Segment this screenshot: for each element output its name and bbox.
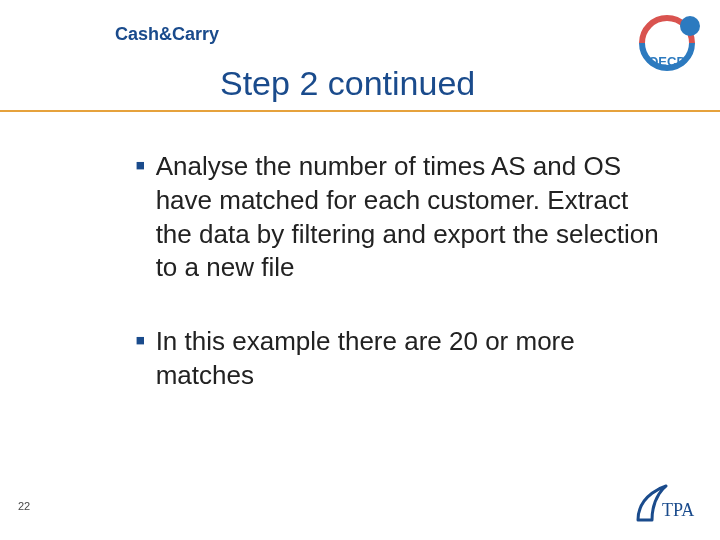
bullet-text: In this example there are 20 or more mat…: [156, 325, 660, 393]
tpa-logo: TPA: [632, 480, 702, 528]
bullet-item: ▪ Analyse the number of times AS and OS …: [135, 150, 660, 285]
svg-text:OECD: OECD: [648, 54, 686, 69]
bullet-text: Analyse the number of times AS and OS ha…: [156, 150, 660, 285]
header-label: Cash&Carry: [115, 24, 219, 45]
svg-point-0: [680, 16, 700, 36]
bullet-list: ▪ Analyse the number of times AS and OS …: [135, 150, 660, 433]
bullet-square-icon: ▪: [135, 150, 146, 180]
bullet-item: ▪ In this example there are 20 or more m…: [135, 325, 660, 393]
page-title: Step 2 continued: [220, 64, 475, 103]
oecd-logo: OECD: [632, 8, 702, 78]
title-rule: [0, 110, 720, 112]
page-number: 22: [18, 500, 30, 512]
bullet-square-icon: ▪: [135, 325, 146, 355]
svg-text:TPA: TPA: [662, 500, 694, 520]
